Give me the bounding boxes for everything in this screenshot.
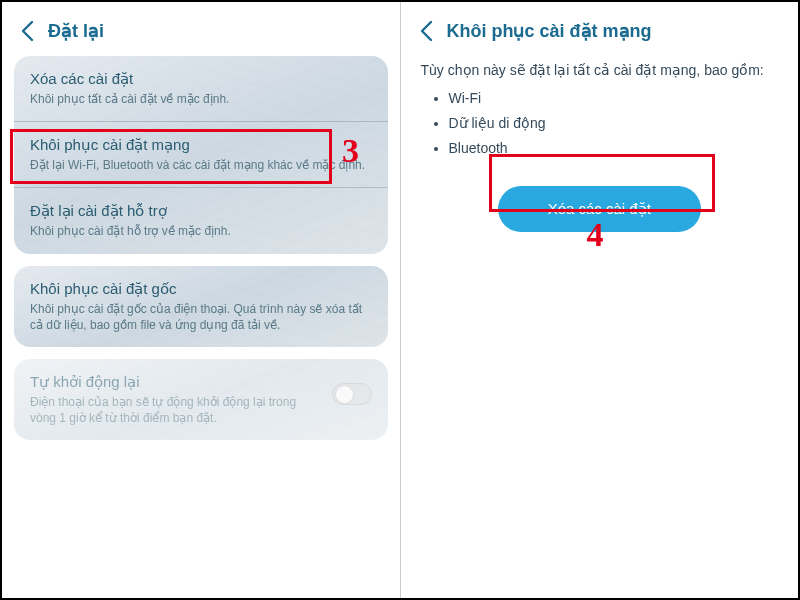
settings-group-3: Tự khởi động lại Điện thoại của bạn sẽ t… (14, 359, 388, 440)
list-item-factory-reset[interactable]: Khôi phục cài đặt gốc Khôi phục cài đặt … (14, 266, 388, 347)
item-desc: Khôi phục tất cả cài đặt về mặc định. (30, 91, 372, 107)
list-item-reset-accessibility[interactable]: Đặt lại cài đặt hỗ trợ Khôi phục cài đặt… (14, 188, 388, 253)
item-title: Đặt lại cài đặt hỗ trợ (30, 202, 372, 220)
annotation-number-4: 4 (587, 216, 604, 254)
list-item-reset-settings[interactable]: Xóa các cài đặt Khôi phục tất cả cài đặt… (14, 56, 388, 122)
list-item: Bluetooth (449, 136, 779, 161)
settings-group-2: Khôi phục cài đặt gốc Khôi phục cài đặt … (14, 266, 388, 347)
list-item: Wi-Fi (449, 86, 779, 111)
annotation-number-3: 3 (342, 132, 359, 170)
item-title: Tự khởi động lại (30, 373, 322, 391)
item-title: Khôi phục cài đặt gốc (30, 280, 372, 298)
page-title-left: Đặt lại (48, 20, 104, 42)
reset-network-desc: Tùy chọn này sẽ đặt lại tất cả cài đặt m… (421, 62, 779, 78)
reset-network-list: Wi-Fi Dữ liệu di động Bluetooth (421, 86, 779, 162)
back-icon[interactable] (419, 20, 433, 42)
back-icon[interactable] (20, 20, 34, 42)
item-title: Khôi phục cài đặt mạng (30, 136, 372, 154)
item-desc: Đặt lại Wi-Fi, Bluetooth và các cài đặt … (30, 157, 372, 173)
list-item-reset-network[interactable]: Khôi phục cài đặt mạng Đặt lại Wi-Fi, Bl… (14, 122, 388, 188)
list-item: Dữ liệu di động (449, 111, 779, 136)
page-title-right: Khôi phục cài đặt mạng (447, 20, 652, 42)
settings-group-1: Xóa các cài đặt Khôi phục tất cả cài đặt… (14, 56, 388, 254)
left-header: Đặt lại (14, 12, 388, 56)
item-desc: Khôi phục cài đặt gốc của điện thoại. Qu… (30, 301, 372, 333)
right-header: Khôi phục cài đặt mạng (413, 12, 787, 56)
item-desc: Khôi phục cài đặt hỗ trợ về mặc định. (30, 223, 372, 239)
list-item-auto-restart[interactable]: Tự khởi động lại Điện thoại của bạn sẽ t… (14, 359, 388, 440)
auto-restart-toggle[interactable] (332, 383, 372, 405)
item-title: Xóa các cài đặt (30, 70, 372, 88)
item-desc: Điện thoại của bạn sẽ tự động khởi động … (30, 394, 322, 426)
